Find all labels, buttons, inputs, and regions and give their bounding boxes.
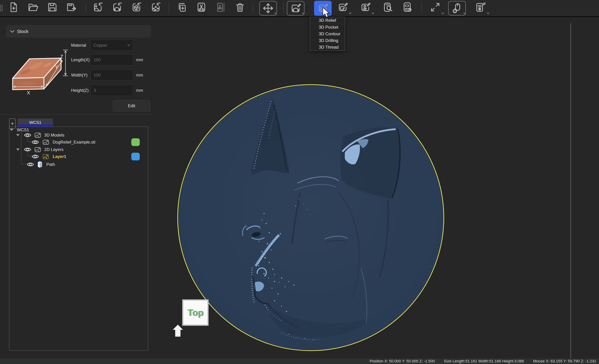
- stock-title: Stock: [17, 29, 28, 34]
- height-z-label: Height(Z): [71, 85, 89, 96]
- width-y-input[interactable]: [91, 69, 133, 81]
- menu-item-3d-thread[interactable]: 3D Thread: [310, 44, 345, 51]
- menu-item-3d-drilling[interactable]: 3D Drilling: [310, 37, 345, 44]
- laser-toolpath-dropdown-arrow[interactable]: [371, 13, 374, 15]
- visibility-eye-icon[interactable]: [24, 147, 31, 152]
- tree-row-dogrelief[interactable]: DogRelief_Example.stl: [32, 139, 95, 146]
- length-x-input[interactable]: [91, 54, 133, 65]
- axis-label-y: Y: [55, 64, 58, 70]
- model-item-icon: [43, 139, 49, 145]
- material-input[interactable]: [91, 40, 133, 51]
- cut-button[interactable]: [196, 2, 207, 13]
- width-y-label: Width(Y): [71, 69, 88, 81]
- trash-icon: [235, 2, 246, 13]
- post-process-dropdown-arrow[interactable]: [486, 13, 490, 15]
- mouse-gear-icon: [451, 3, 463, 14]
- fullscreen-icon: [430, 2, 441, 13]
- save-icon: [47, 2, 58, 13]
- status-mouse: Mouse X: 63.155 Y: 59.790 Z: -1.231: [533, 359, 596, 364]
- cut-icon: [196, 2, 207, 13]
- viewport-scrollbar[interactable]: [571, 23, 571, 358]
- collapse-arrow-icon[interactable]: [16, 134, 20, 136]
- material-label: Material: [71, 40, 86, 51]
- view-cube-top[interactable]: Top: [182, 299, 209, 326]
- save-button[interactable]: [47, 2, 58, 13]
- post-process-icon: [475, 2, 486, 13]
- model-color-swatch[interactable]: [131, 138, 140, 146]
- new-file-button[interactable]: [8, 2, 19, 13]
- transform-move-icon: [263, 3, 274, 14]
- fit-view-dropdown-arrow[interactable]: [441, 13, 444, 15]
- menu-item-3d-relief[interactable]: 3D Relief: [310, 17, 345, 24]
- panel-divider: [0, 114, 153, 115]
- copy-button[interactable]: [177, 2, 188, 13]
- paste-icon: [215, 2, 226, 13]
- simulate-magnifier-icon: [383, 2, 394, 13]
- chevron-down-icon: [10, 29, 15, 34]
- delete-button[interactable]: [235, 2, 246, 13]
- tab-wcs1-active-indicator: [18, 124, 52, 126]
- 3d-toolpath-dropdown-menu: 3D Relief 3D Pocket 3D Contour 3D Drilli…: [310, 17, 345, 51]
- model-group-icon: [35, 132, 41, 138]
- visibility-eye-icon[interactable]: [24, 132, 31, 138]
- collapse-arrow-icon[interactable]: [10, 129, 13, 131]
- status-size: Size Length:51.161 Width:51.166 Height:3…: [444, 359, 524, 364]
- visibility-eye-icon[interactable]: [32, 154, 39, 159]
- tree-row-3d-models[interactable]: 3D Models: [16, 132, 64, 139]
- laser-toolpath-button[interactable]: [360, 2, 371, 13]
- status-position: Position X: 50.000 Y: 50.000 Z: -1.500: [370, 359, 435, 364]
- toolbar-separator: [421, 3, 422, 13]
- tree-label-2d-layers: 2D Layers: [44, 147, 63, 152]
- home-view-icon[interactable]: [173, 325, 183, 337]
- stock-section-header[interactable]: Stock: [6, 25, 151, 38]
- edit-stock-button[interactable]: Edit: [113, 100, 150, 112]
- layer-item-icon-selected: [43, 154, 49, 159]
- tree-label-path: Path: [46, 162, 55, 167]
- laser-toolpath-icon: [360, 2, 371, 13]
- tree-label-3d-models: 3D Models: [44, 133, 64, 138]
- mouse-settings-dropdown-arrow[interactable]: [463, 13, 466, 15]
- length-x-unit: mm: [136, 54, 143, 65]
- import-3d-model-icon: [131, 2, 142, 13]
- layer-tree-panel: [9, 127, 148, 351]
- menu-item-3d-contour[interactable]: 3D Contour: [310, 31, 345, 37]
- stock-block-diagram: X Y Z: [10, 46, 70, 106]
- import-3d-model-button[interactable]: [131, 2, 142, 13]
- simulate-button[interactable]: [383, 2, 394, 13]
- rotary-toolpath-icon: [337, 2, 348, 13]
- toolbar-separator: [283, 3, 283, 13]
- toolbar-grip[interactable]: [2, 5, 2, 12]
- import-vector-button[interactable]: [112, 2, 123, 13]
- import-image-button[interactable]: [92, 2, 103, 13]
- tree-row-2d-layers[interactable]: 2D Layers: [16, 146, 63, 153]
- transform-dropdown-arrow[interactable]: [274, 13, 277, 15]
- tree-connector: [21, 164, 26, 164]
- import-toolpath-icon: [150, 2, 161, 13]
- status-bar: Position X: 50.000 Y: 50.000 Z: -1.500 S…: [0, 358, 599, 364]
- visibility-eye-icon[interactable]: [27, 162, 34, 167]
- menu-item-3d-pocket[interactable]: 3D Pocket: [310, 24, 345, 31]
- tree-row-path[interactable]: Path: [27, 161, 55, 168]
- post-process-button[interactable]: [475, 2, 486, 13]
- tree-row-layer1[interactable]: Layer1: [32, 153, 66, 160]
- collapse-arrow-icon[interactable]: [16, 148, 20, 151]
- rotary-toolpath-dropdown-arrow[interactable]: [349, 13, 352, 15]
- length-x-label: Length(X): [71, 54, 89, 65]
- height-z-input[interactable]: [91, 85, 133, 96]
- paste-button[interactable]: [215, 2, 226, 13]
- toolbar-separator: [86, 3, 86, 13]
- visibility-eye-icon[interactable]: [32, 139, 39, 145]
- layer-color-swatch[interactable]: [131, 153, 140, 160]
- export-button[interactable]: [66, 2, 77, 13]
- rotary-toolpath-button[interactable]: [337, 2, 348, 13]
- import-toolpath-button[interactable]: [150, 2, 161, 13]
- open-file-button[interactable]: [27, 2, 38, 13]
- gcode-button[interactable]: [402, 2, 413, 13]
- axis-label-x: X: [27, 90, 30, 95]
- material-dropdown-icon[interactable]: [127, 44, 131, 46]
- toolbar-grip[interactable]: [0, 5, 1, 12]
- 2d-toolpath-dropdown-arrow[interactable]: [302, 13, 305, 15]
- fit-view-button[interactable]: [430, 2, 441, 13]
- viewport-canvas[interactable]: [153, 17, 571, 358]
- 2d-toolpath-icon: [290, 3, 301, 14]
